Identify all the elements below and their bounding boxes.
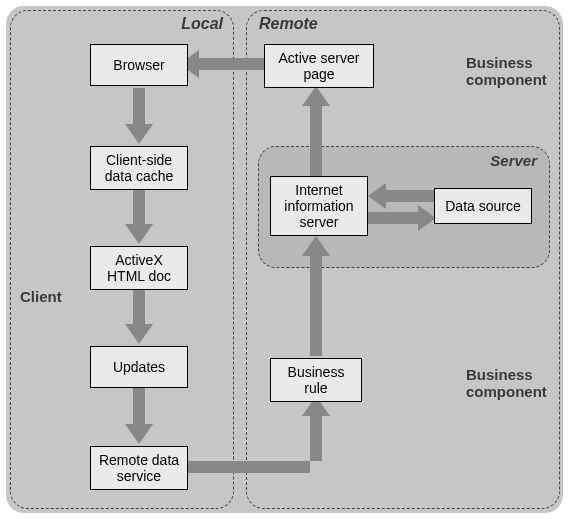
node-activex-doc: ActiveX HTML doc xyxy=(90,246,188,290)
node-data-source: Data source xyxy=(434,188,532,224)
node-asp: Active server page xyxy=(264,44,374,88)
label-business-component-bottom: Business component xyxy=(466,366,547,400)
node-updates: Updates xyxy=(90,346,188,388)
panel-local-title: Local xyxy=(181,15,223,33)
node-iis: Internet information server xyxy=(270,176,368,236)
label-client: Client xyxy=(20,288,62,305)
panel-server-title: Server xyxy=(490,152,537,169)
panel-remote-title: Remote xyxy=(259,15,318,33)
node-client-cache: Client-side data cache xyxy=(90,146,188,190)
diagram-stage: Local Remote Server Client Business comp… xyxy=(6,6,563,513)
node-remote-data-service: Remote data service xyxy=(90,446,188,490)
node-browser: Browser xyxy=(90,44,188,86)
label-business-component-top: Business component xyxy=(466,54,547,88)
node-business-rule: Business rule xyxy=(270,358,362,402)
